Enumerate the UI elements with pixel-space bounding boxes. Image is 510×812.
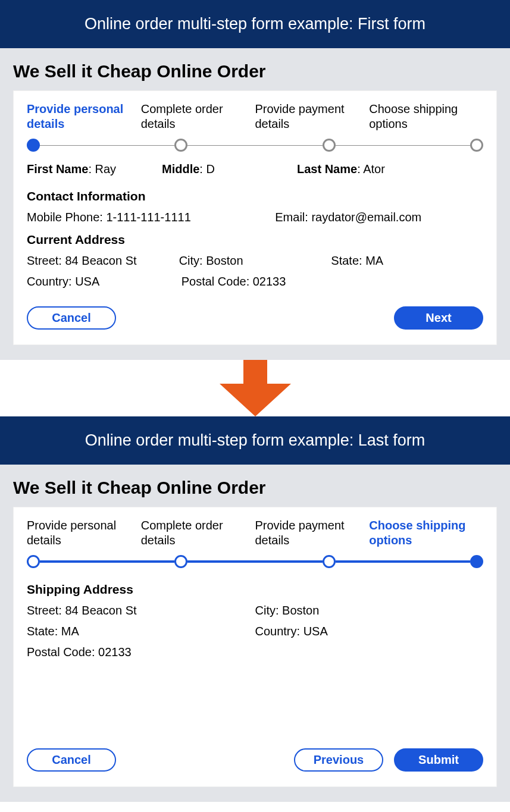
ship-state-label: State:	[27, 625, 58, 638]
last-name-field: Last Name: Ator	[297, 162, 483, 176]
step-seg-b2-b3	[187, 560, 322, 563]
cancel-button[interactable]: Cancel	[27, 306, 116, 330]
step-2-dot[interactable]	[174, 139, 187, 152]
step-seg-1-2	[40, 145, 174, 146]
step-3-dot[interactable]	[323, 139, 336, 152]
ship-country-label: Country:	[255, 625, 301, 638]
cancel-button-bottom[interactable]: Cancel	[27, 748, 116, 772]
country-label: Country:	[27, 275, 72, 288]
ship-street-field: Street: 84 Beacon St	[27, 604, 255, 617]
down-arrow-icon	[220, 360, 291, 416]
email-field: Email: raydator@email.com	[275, 211, 483, 224]
stepper-bottom: Provide personal details Complete order …	[27, 518, 483, 568]
bottom-form-area: We Sell it Cheap Online Order Provide pe…	[0, 465, 510, 802]
step-4-label[interactable]: Choose shipping options	[369, 102, 483, 131]
step-2-label[interactable]: Complete order details	[141, 102, 255, 131]
first-name-field: First Name: Ray	[27, 162, 162, 176]
ship-state-value: MA	[61, 625, 79, 638]
mobile-value: 1-111-111-1111	[106, 211, 190, 224]
street-field: Street: 84 Beacon St	[27, 254, 179, 268]
next-button[interactable]: Next	[394, 306, 483, 330]
city-field: City: Boston	[179, 254, 331, 268]
page-title-top: We Sell it Cheap Online Order	[13, 54, 497, 90]
step-seg-b3-b4	[336, 560, 470, 563]
step-b4-label[interactable]: Choose shipping options	[369, 518, 483, 548]
middle-name-label: Middle	[162, 162, 199, 175]
ship-postal-value: 02133	[98, 645, 132, 659]
banner-top: Online order multi-step form example: Fi…	[0, 0, 510, 48]
ship-country-field: Country: USA	[255, 625, 484, 638]
step-4-dot[interactable]	[470, 139, 483, 152]
ship-city-value: Boston	[282, 604, 319, 617]
city-value: Boston	[206, 254, 243, 267]
middle-name-value: D	[206, 162, 214, 175]
submit-button[interactable]: Submit	[394, 748, 483, 772]
last-name-label: Last Name	[297, 162, 357, 175]
previous-button[interactable]: Previous	[294, 748, 383, 772]
postal-value: 02133	[253, 275, 286, 288]
arrow-divider	[0, 360, 510, 416]
step-b3-dot[interactable]	[323, 555, 336, 568]
step-b2-label[interactable]: Complete order details	[141, 518, 255, 548]
email-label: Email:	[275, 211, 308, 224]
ship-city-field: City: Boston	[255, 604, 484, 617]
step-b2-dot[interactable]	[174, 555, 187, 568]
postal-label: Postal Code:	[182, 275, 250, 288]
city-label: City:	[179, 254, 203, 267]
form-card-top: Provide personal details Complete order …	[13, 90, 497, 345]
step-3-label[interactable]: Provide payment details	[255, 102, 370, 131]
mobile-label: Mobile Phone:	[27, 211, 103, 224]
first-name-value: Ray	[95, 162, 117, 175]
ship-postal-label: Postal Code:	[27, 645, 95, 659]
state-value: MA	[365, 254, 383, 267]
email-value: raydator@email.com	[311, 211, 421, 224]
top-form-area: We Sell it Cheap Online Order Provide pe…	[0, 48, 510, 360]
street-label: Street:	[27, 254, 62, 267]
step-seg-3-4	[336, 145, 470, 146]
middle-name-field: Middle: D	[162, 162, 297, 176]
address-header: Current Address	[27, 233, 483, 247]
ship-street-label: Street:	[27, 604, 62, 617]
first-name-label: First Name	[27, 162, 88, 175]
step-b3-label[interactable]: Provide payment details	[255, 518, 370, 548]
step-b4-dot[interactable]	[470, 555, 483, 568]
step-1-dot[interactable]	[27, 139, 40, 152]
stepper-top: Provide personal details Complete order …	[27, 102, 483, 152]
postal-field: Postal Code: 02133	[182, 275, 483, 289]
step-b1-dot[interactable]	[27, 555, 40, 568]
ship-city-label: City:	[255, 604, 279, 617]
street-value: 84 Beacon St	[65, 254, 136, 267]
country-field: Country: USA	[27, 275, 182, 289]
step-seg-2-3	[187, 145, 322, 146]
mobile-field: Mobile Phone: 1-111-111-1111	[27, 211, 275, 224]
step-seg-b1-b2	[40, 560, 174, 563]
banner-bottom: Online order multi-step form example: La…	[0, 416, 510, 465]
state-label: State:	[331, 254, 362, 267]
ship-postal-field: Postal Code: 02133	[27, 645, 255, 659]
contact-header: Contact Information	[27, 189, 483, 203]
state-field: State: MA	[331, 254, 483, 268]
ship-street-value: 84 Beacon St	[65, 604, 136, 617]
page-title-bottom: We Sell it Cheap Online Order	[13, 471, 497, 507]
ship-state-field: State: MA	[27, 625, 255, 638]
ship-country-value: USA	[304, 625, 328, 638]
shipping-header: Shipping Address	[27, 582, 483, 597]
last-name-value: Ator	[363, 162, 385, 175]
form-card-bottom: Provide personal details Complete order …	[13, 507, 497, 787]
step-b1-label[interactable]: Provide personal details	[27, 518, 141, 548]
step-1-label[interactable]: Provide personal details	[27, 102, 141, 131]
country-value: USA	[75, 275, 99, 288]
